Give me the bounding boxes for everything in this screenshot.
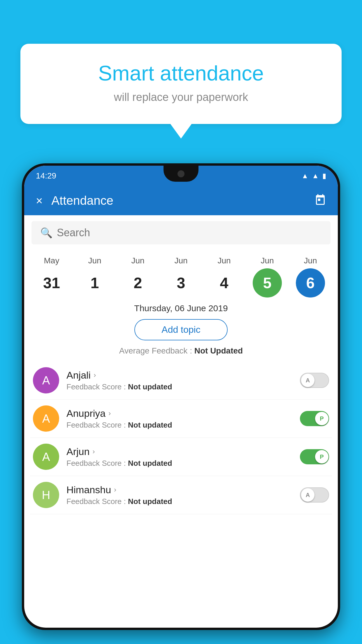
chevron-right-icon: › [92,447,95,456]
student-name: Arjun › [66,446,300,457]
avatar: A [33,367,59,393]
date-month: Jun [88,256,101,265]
student-feedback: Feedback Score : Not updated [66,421,300,430]
page-title: Attendance [51,194,314,208]
date-number[interactable]: 2 [123,268,152,298]
date-item[interactable]: Jun6 [291,256,329,298]
student-info: Himanshu ›Feedback Score : Not updated [66,484,300,506]
battery-icon: ▮ [322,172,326,180]
chevron-right-icon: › [94,371,96,379]
date-month: Jun [261,256,274,265]
date-strip: May31Jun1Jun2Jun3Jun4Jun5Jun6 [24,250,338,298]
signal-icon: ▲ [312,172,319,180]
date-month: May [44,256,59,265]
avatar: H [33,482,59,508]
student-list: AAnjali ›Feedback Score : Not updatedAAA… [24,361,338,514]
date-item[interactable]: Jun5 [248,256,286,298]
date-number[interactable]: 3 [166,268,196,298]
chevron-right-icon: › [108,409,111,417]
student-info: Anjali ›Feedback Score : Not updated [66,370,300,391]
search-container[interactable]: 🔍 [31,221,331,244]
student-feedback: Feedback Score : Not updated [66,382,300,391]
average-feedback-value: Not Updated [194,346,243,355]
speech-bubble-container: Smart attendance will replace your paper… [20,44,342,124]
list-item[interactable]: HHimanshu ›Feedback Score : Not updatedA [30,476,332,514]
attendance-toggle[interactable]: A [300,373,329,388]
attendance-toggle[interactable]: A [300,487,329,503]
student-name: Himanshu › [66,484,300,496]
student-info: Anupriya ›Feedback Score : Not updated [66,408,300,430]
speech-bubble: Smart attendance will replace your paper… [20,44,342,124]
date-item[interactable]: Jun4 [205,256,243,298]
selected-date-label: Thursday, 06 June 2019 [24,298,338,316]
list-item[interactable]: AArjun ›Feedback Score : Not updatedP [30,438,332,476]
wifi-icon: ▲ [301,172,308,180]
phone-inner: 14:29 ▲ ▲ ▮ × Attendance 🔍 May [24,166,338,628]
search-icon: 🔍 [40,227,52,239]
average-feedback: Average Feedback : Not Updated [24,343,338,361]
notch [164,166,198,182]
list-item[interactable]: AAnjali ›Feedback Score : Not updatedA [30,361,332,400]
close-button[interactable]: × [36,194,43,207]
attendance-toggle[interactable]: P [300,411,329,426]
list-item[interactable]: AAnupriya ›Feedback Score : Not updatedP [30,400,332,438]
status-bar: 14:29 ▲ ▲ ▮ [24,166,338,186]
add-topic-button[interactable]: Add topic [134,319,228,340]
speech-bubble-subtitle: will replace your paperwork [44,91,318,104]
date-number[interactable]: 31 [37,268,66,298]
date-month: Jun [131,256,144,265]
date-number[interactable]: 5 [253,268,282,298]
date-number[interactable]: 6 [296,268,325,298]
speech-bubble-title: Smart attendance [44,61,318,85]
date-month: Jun [304,256,317,265]
student-info: Arjun ›Feedback Score : Not updated [66,446,300,468]
date-number[interactable]: 1 [80,268,109,298]
student-name: Anupriya › [66,408,300,419]
status-icons: ▲ ▲ ▮ [301,172,326,180]
avatar: A [33,444,59,470]
date-item[interactable]: Jun3 [162,256,200,298]
attendance-toggle[interactable]: P [300,449,329,464]
date-item[interactable]: May31 [33,256,71,298]
app-header: × Attendance [24,186,338,215]
student-feedback: Feedback Score : Not updated [66,497,300,506]
date-item[interactable]: Jun2 [119,256,157,298]
student-name: Anjali › [66,370,300,381]
calendar-button[interactable] [314,194,326,208]
status-time: 14:29 [36,171,56,181]
date-item[interactable]: Jun1 [76,256,114,298]
date-month: Jun [217,256,231,265]
phone-frame: 14:29 ▲ ▲ ▮ × Attendance 🔍 May [22,163,340,630]
date-number[interactable]: 4 [210,268,239,298]
search-input[interactable] [57,227,322,239]
avatar: A [33,405,59,432]
chevron-right-icon: › [114,486,116,494]
average-feedback-label: Average Feedback : [119,346,194,355]
notch-camera [178,170,184,177]
student-feedback: Feedback Score : Not updated [66,459,300,468]
date-month: Jun [174,256,187,265]
